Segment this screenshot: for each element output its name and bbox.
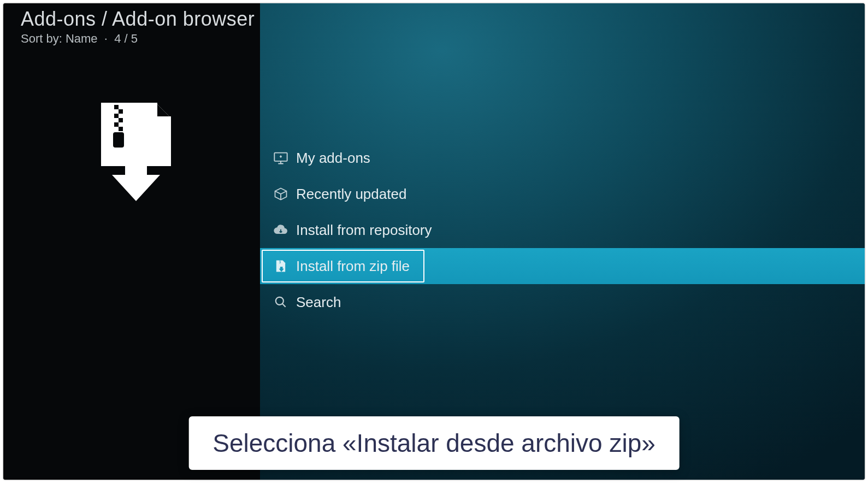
menu-item-label: Search [293, 294, 341, 311]
menu-item-install-from-repository[interactable]: Install from repository [260, 212, 865, 248]
svg-rect-6 [113, 132, 124, 148]
app-root: Add-ons / Add-on browser Sort by: Name ·… [0, 0, 868, 483]
package-download-icon [77, 96, 186, 208]
svg-rect-2 [114, 114, 119, 118]
svg-rect-1 [119, 109, 123, 114]
svg-rect-5 [119, 127, 123, 131]
item-position: 4 / 5 [114, 32, 138, 45]
menu-item-search[interactable]: Search [260, 284, 865, 320]
menu-item-label: Recently updated [293, 186, 406, 203]
kodi-window: Add-ons / Add-on browser Sort by: Name ·… [2, 2, 866, 481]
svg-rect-4 [114, 122, 119, 127]
sort-by-label: Sort by: Name [21, 32, 98, 45]
sidebar: Add-ons / Add-on browser Sort by: Name ·… [3, 3, 260, 480]
sort-info[interactable]: Sort by: Name · 4 / 5 [3, 31, 260, 46]
cloud-icon [269, 222, 293, 238]
menu-item-install-from-zip[interactable]: Install from zip file [260, 248, 865, 284]
search-icon [269, 295, 293, 309]
breadcrumb[interactable]: Add-ons / Add-on browser [3, 5, 260, 31]
category-icon-wrap [3, 96, 260, 208]
menu-item-recently-updated[interactable]: Recently updated [260, 176, 865, 212]
menu-item-my-addons[interactable]: My add-ons [260, 140, 865, 176]
menu-item-label: Install from repository [293, 222, 432, 239]
screen-icon [269, 150, 293, 166]
svg-rect-3 [119, 118, 123, 122]
menu-item-label: Install from zip file [293, 258, 410, 275]
box-icon [269, 186, 293, 202]
main-panel: My add-ons Recently updated [260, 3, 865, 480]
menu-item-label: My add-ons [293, 150, 370, 167]
zip-icon [269, 258, 293, 274]
svg-point-8 [276, 297, 284, 305]
svg-rect-0 [114, 105, 119, 109]
instruction-caption: Selecciona «Instalar desde archivo zip» [188, 416, 680, 470]
addon-browser-menu: My add-ons Recently updated [260, 140, 865, 320]
